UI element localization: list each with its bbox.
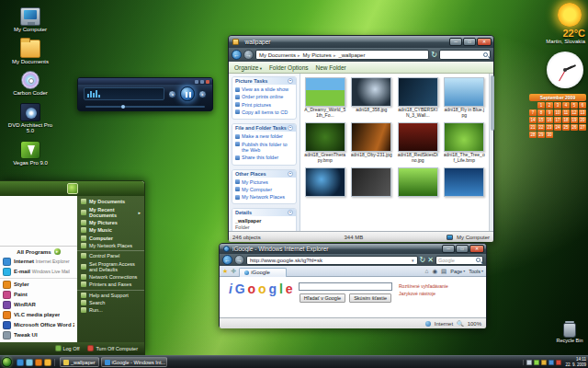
calendar-widget[interactable]: September 2009 1 2 3 4 5 6 7 8 9 [529,94,586,138]
show-desktop-icon[interactable] [26,359,33,366]
place-link[interactable]: My Pictures [235,179,293,185]
calendar-day[interactable]: 11 [562,109,570,116]
toolbar-button[interactable]: New Folder [316,64,346,71]
desktop-icon[interactable]: DVD Architect Pro 5.0 [4,103,57,134]
seek-slider[interactable] [85,106,205,108]
toolbar-button[interactable]: Folder Options [269,64,309,71]
start-menu-place[interactable]: Computer [77,235,144,242]
toolbar-button[interactable]: Organize [234,64,262,71]
chevron-up-icon[interactable]: ⌃ [288,125,293,131]
home-icon[interactable]: ⌂ [425,268,429,274]
log-off-icon[interactable]: Log Off [55,345,80,351]
breadcrumb-item[interactable]: _wallpaper [338,52,365,58]
chevron-up-icon[interactable]: ⌃ [288,210,293,215]
file-item[interactable]: adni18_358.jpg [351,77,393,118]
task-link[interactable]: Publish this folder to the Web [235,142,293,154]
calendar-day[interactable] [529,102,537,109]
calendar-day[interactable]: 17 [554,117,561,123]
calendar-day[interactable]: 29 [537,132,545,138]
google-link[interactable]: Jazykové nástroje [399,291,448,296]
task-link[interactable]: View as a slide show [235,86,293,92]
refresh-icon[interactable]: ↻ [431,50,437,60]
stop-icon[interactable]: ✕ [427,255,434,265]
file-item[interactable]: adni18_CYBERSKIN_3_Wall... [397,77,439,118]
calendar-day[interactable]: 16 [546,117,553,123]
file-item[interactable]: adni18_Oby-231.jpg [351,122,393,163]
update-icon[interactable] [556,360,561,365]
calendar-day[interactable]: 3 [554,102,561,109]
start-menu-place[interactable]: Set Program Access and Defaults [77,259,144,272]
zoom-level[interactable]: 100% [468,321,481,327]
calendar-day[interactable]: 28 [529,132,537,138]
messenger-icon[interactable] [548,360,554,365]
previous-track-button[interactable]: ◂ [168,90,176,98]
close-button[interactable]: ✕ [477,38,492,46]
tools-menu[interactable]: Tools [469,269,483,274]
place-link[interactable]: My Computer [235,187,293,192]
calendar-day[interactable]: 8 [537,109,545,116]
section-header[interactable]: Other Places ⌃ [232,170,296,178]
desktop-icon[interactable]: Vegas Pro 9.0 [4,141,57,167]
file-item[interactable] [304,167,346,198]
start-menu-place[interactable]: Help and Support [77,290,144,299]
file-item[interactable]: adni18_GreenTherapy.bmp [304,122,346,163]
start-menu-place[interactable]: Run... [77,306,144,314]
add-favorite-icon[interactable]: ✚ [231,267,236,276]
start-menu-place[interactable]: My Documents [77,198,144,205]
calendar-day[interactable]: 2 [546,102,553,109]
chevron-up-icon[interactable]: ⌃ [288,171,293,177]
start-menu-item[interactable]: Microsoft Office Word 2007 [0,320,77,330]
maximize-icon[interactable] [200,80,204,84]
start-menu-place[interactable]: Control Panel [77,250,144,259]
network-icon[interactable] [534,360,539,365]
breadcrumb[interactable]: My Documents My Pictures _wallpaper [255,50,429,60]
start-menu-place[interactable]: My Music [77,226,144,234]
start-menu-item[interactable]: Paint [0,290,77,300]
chevron-down-icon[interactable]: ▾ [412,258,414,263]
browser-icon[interactable] [44,359,51,366]
web-search-input[interactable]: Google [435,256,483,265]
calendar-day[interactable]: 25 [562,124,570,131]
start-menu-place[interactable]: Network Connections [77,273,144,281]
start-menu-item[interactable]: Internet Internet Explorer [0,257,77,267]
calendar-day[interactable]: 26 [571,124,578,131]
start-menu-item[interactable]: WinRAR [0,300,77,310]
start-menu-item[interactable]: Styler [0,278,77,290]
maximize-button[interactable]: □ [456,245,469,253]
calendar-day[interactable]: 4 [562,102,570,109]
section-header[interactable]: Picture Tasks ⌃ [232,77,296,85]
maximize-button[interactable]: □ [463,38,476,46]
media-player-icon[interactable] [35,359,42,366]
google-search-input[interactable] [299,282,392,291]
favorites-star-icon[interactable]: ★ [222,267,228,276]
calendar-day[interactable]: 23 [546,124,553,131]
weather-widget[interactable]: 22°C Martin, Slovakia [526,3,585,44]
breadcrumb-item[interactable]: My Pictures [303,52,338,58]
zoom-icon[interactable]: 🔍 [457,320,464,327]
calendar-day[interactable]: 5 [571,102,578,109]
task-link[interactable]: Print pictures [235,102,293,108]
minimize-icon[interactable] [195,80,198,84]
desktop-icon[interactable]: My Computer [4,7,57,33]
close-icon[interactable] [206,80,209,84]
play-pause-button[interactable] [180,86,195,101]
start-menu-item[interactable]: Tweak UI [0,330,77,340]
calendar-day[interactable]: 10 [554,109,561,116]
recycle-bin[interactable]: Recycle Bin [553,323,586,343]
taskbar-window-button[interactable]: iGoogle - Windows Int... [101,357,167,367]
lucky-button[interactable]: Skúsim šťastie [349,293,391,303]
start-menu-item[interactable]: VLC media player [0,310,77,320]
calendar-day[interactable]: 9 [546,109,553,116]
feeds-icon[interactable]: ◉ [432,268,437,275]
browser-tab[interactable]: iGoogle [239,268,287,277]
task-link[interactable]: Copy all items to CD [235,109,293,115]
calendar-day[interactable]: 12 [571,109,578,116]
back-button[interactable]: ← [222,255,232,265]
file-item[interactable]: A_Dreamy_World_51th_Fo... [304,77,346,118]
start-menu-place[interactable]: Printers and Faxes [77,281,144,288]
search-input[interactable] [439,50,491,60]
internet-explorer-icon[interactable] [17,359,24,366]
google-link[interactable]: Rozšírené vyhľadávanie [399,283,448,289]
scrollbar[interactable] [489,74,493,231]
start-button[interactable] [2,357,12,367]
